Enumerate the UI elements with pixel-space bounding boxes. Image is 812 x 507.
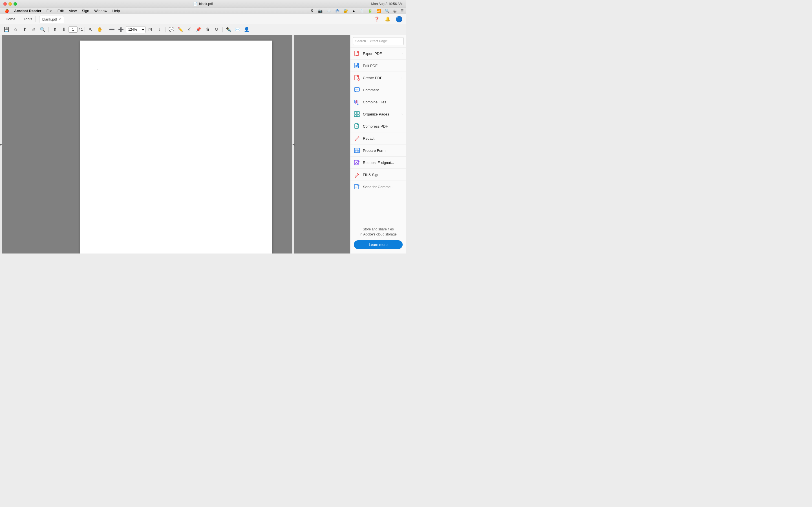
redact-icon [354, 135, 360, 142]
tool-item-compress-pdf[interactable]: Compress PDF [350, 120, 406, 132]
wifi-icon: 📶 [376, 9, 381, 13]
tools-panel: Export PDF › Edit PDF [350, 35, 406, 253]
help-button[interactable]: ❓ [373, 16, 381, 22]
bluetooth-icon: 🦷 [359, 9, 364, 13]
svg-rect-25 [355, 151, 356, 151]
siri2-icon[interactable]: ◎ [393, 9, 396, 13]
pencil-tool-button[interactable]: ✏️ [176, 25, 185, 34]
zoom-select[interactable]: 124% 100% 75% 50% [126, 26, 146, 33]
title-bar: 📄 blank.pdf Mon Aug 8 10:56 AM [0, 0, 406, 8]
menu-help[interactable]: Help [110, 8, 122, 13]
window-title: 📄 blank.pdf [193, 2, 213, 6]
cloud-promo: Store and share files in Adobe's cloud s… [350, 222, 406, 253]
sleep-icon: 💤 [335, 9, 340, 13]
tab-file-label: blank.pdf [42, 17, 57, 21]
menu-sign[interactable]: Sign [80, 8, 91, 13]
learn-more-button[interactable]: Learn more [354, 240, 403, 249]
tool-item-send-comment[interactable]: Send for Comme... [350, 181, 406, 193]
menu-window[interactable]: Window [92, 8, 109, 13]
toolbar-right: ❓ 🔔 🔵 [373, 15, 404, 23]
tool-item-organize-pages[interactable]: Organize Pages › [350, 108, 406, 120]
fit-page-button[interactable]: ⊡ [146, 25, 154, 34]
compress-pdf-icon [354, 123, 360, 129]
redact-label: Redact [363, 136, 403, 140]
svg-rect-9 [354, 88, 359, 91]
create-pdf-icon [354, 75, 360, 81]
page-number-input[interactable] [68, 26, 78, 33]
pdf-page: ' [80, 41, 272, 253]
hand-tool-button[interactable]: ✋ [96, 25, 104, 34]
left-panel-handle[interactable]: ▶ [0, 35, 2, 253]
page-next-button[interactable]: ⬇ [59, 25, 68, 34]
profile-button[interactable]: 🔵 [395, 15, 404, 23]
siri-icon: 🎙 [310, 9, 314, 13]
export-pdf-label: Export PDF [363, 52, 399, 56]
page-prev-button[interactable]: ⬆ [50, 25, 59, 34]
tools-search-input[interactable] [353, 37, 404, 45]
tool-item-export-pdf[interactable]: Export PDF › [350, 48, 406, 60]
menu-edit[interactable]: Edit [55, 8, 66, 13]
menu-file[interactable]: File [44, 8, 55, 13]
zoom-out-button[interactable]: ➖ [108, 25, 116, 34]
svg-rect-21 [355, 140, 356, 140]
tool-item-combine-files[interactable]: Combine Files [350, 96, 406, 108]
organize-pages-chevron: › [402, 112, 403, 116]
zoom-in-button[interactable]: ➕ [117, 25, 125, 34]
send-comment-icon [354, 184, 360, 190]
upload-button[interactable]: ⬆ [20, 25, 29, 34]
find-button[interactable]: 🔍 [38, 25, 47, 34]
tool-item-fill-sign[interactable]: Fill & Sign [350, 169, 406, 181]
select-tool-button[interactable]: ↖ [87, 25, 95, 34]
maximize-button[interactable] [13, 2, 17, 6]
rotate-tool-button[interactable]: ↻ [212, 25, 221, 34]
lastpass-icon: 🔐 [343, 9, 348, 13]
stamp-tool-button[interactable]: 📌 [194, 25, 203, 34]
compress-pdf-label: Compress PDF [363, 124, 403, 128]
apple-menu[interactable]: 🍎 [2, 8, 11, 13]
tab-file[interactable]: blank.pdf ✕ [39, 16, 64, 23]
sign-tool-button[interactable]: ✒️ [224, 25, 233, 34]
cloud-icon: ☁️ [326, 9, 331, 13]
tool-item-request-esign[interactable]: Request E-signat... [350, 157, 406, 169]
save-button[interactable]: 💾 [2, 25, 11, 34]
tool-item-redact[interactable]: Redact [350, 132, 406, 145]
page-total: 1 [81, 27, 83, 32]
tab-close-button[interactable]: ✕ [58, 17, 61, 21]
scroll-mode-button[interactable]: ↕ [155, 25, 163, 34]
svg-rect-16 [357, 112, 359, 114]
delete-tool-button[interactable]: 🗑 [203, 25, 212, 34]
page-separator: / [79, 27, 80, 32]
bookmark-button[interactable]: ☆ [11, 25, 20, 34]
doc-toolbar: 💾 ☆ ⬆ 🖨 🔍 ⬆ ⬇ / 1 ↖ ✋ ➖ ➕ 124% 100% 75% … [0, 24, 406, 35]
tool-item-comment[interactable]: Comment [350, 84, 406, 96]
print-button[interactable]: 🖨 [29, 25, 38, 34]
fill-sign-icon [354, 172, 360, 178]
separator-5 [222, 27, 223, 33]
separator-4 [165, 27, 165, 33]
edit-pdf-label: Edit PDF [363, 64, 403, 68]
close-button[interactable] [3, 2, 7, 6]
separator-2 [85, 27, 85, 33]
search-menubar-icon[interactable]: 🔍 [385, 9, 389, 13]
create-pdf-chevron: › [402, 76, 403, 79]
minimize-button[interactable] [8, 2, 12, 6]
request-esign-icon [354, 159, 360, 166]
notif-icon[interactable]: ☰ [400, 9, 404, 13]
cloud-promo-line1: Store and share files [363, 227, 394, 231]
tab-home[interactable]: Home [2, 16, 19, 22]
app-name-menu[interactable]: Acrobat Reader [12, 8, 44, 13]
notifications-button[interactable]: 🔔 [384, 16, 392, 22]
tool-item-prepare-form[interactable]: Prepare Form [350, 145, 406, 157]
combine-files-icon [354, 99, 360, 105]
tab-tools[interactable]: Tools [20, 16, 36, 22]
tool-item-edit-pdf[interactable]: Edit PDF [350, 60, 406, 72]
tool-item-create-pdf[interactable]: Create PDF › [350, 72, 406, 84]
right-panel-handle[interactable]: ◀ [292, 35, 294, 253]
email-tool-button[interactable]: ✉️ [234, 25, 242, 34]
menu-view[interactable]: View [66, 8, 79, 13]
tools-search-container [350, 35, 406, 48]
highlight-tool-button[interactable]: 🖊 [185, 25, 194, 34]
comment-tool-button[interactable]: 💬 [167, 25, 175, 34]
comment-label: Comment [363, 88, 403, 92]
user-tool-button[interactable]: 👤 [243, 25, 251, 34]
